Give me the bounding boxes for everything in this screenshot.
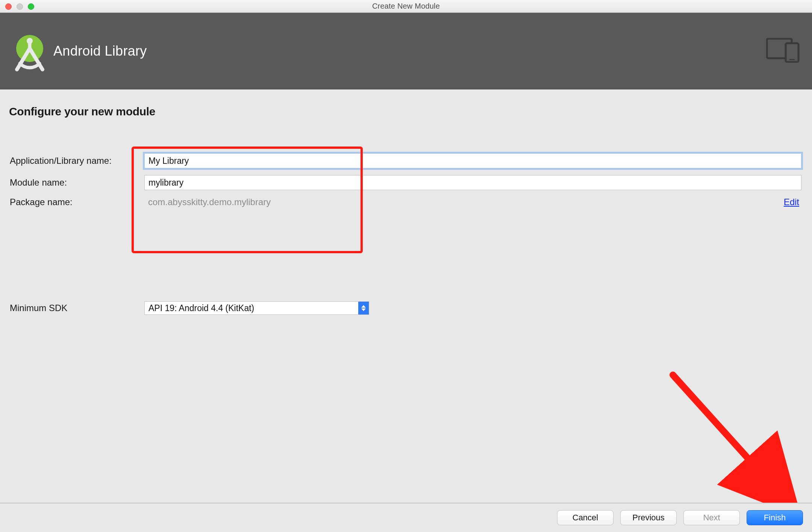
zoom-window-button[interactable]: [28, 3, 34, 10]
app-library-name-input[interactable]: [144, 153, 801, 168]
device-phone-tablet-icon: [766, 38, 800, 64]
wizard-body: Configure your new module Application/Li…: [0, 89, 812, 532]
wizard-footer: Cancel Previous Next Finish: [0, 503, 812, 532]
module-name-label: Module name:: [9, 177, 144, 188]
wizard-title: Android Library: [53, 43, 147, 59]
app-library-name-label: Application/Library name:: [9, 156, 144, 166]
finish-button[interactable]: Finish: [747, 510, 803, 525]
annotation-arrow-icon: [662, 367, 801, 506]
window-title: Create New Module: [372, 2, 440, 11]
window-titlebar: Create New Module: [0, 0, 812, 13]
minimum-sdk-dropdown-button[interactable]: [358, 302, 369, 314]
previous-button[interactable]: Previous: [620, 510, 677, 525]
window-controls: [5, 3, 34, 10]
svg-rect-3: [789, 59, 795, 60]
minimize-window-button[interactable]: [17, 3, 23, 10]
cancel-button[interactable]: Cancel: [557, 510, 614, 525]
module-name-input[interactable]: [144, 175, 801, 190]
next-button: Next: [683, 510, 740, 525]
android-studio-icon: [11, 34, 44, 68]
wizard-header: Android Library: [0, 13, 812, 89]
minimum-sdk-value: API 19: Android 4.4 (KitKat): [145, 303, 358, 313]
section-title: Configure your new module: [9, 105, 803, 118]
package-name-label: Package name:: [9, 197, 144, 207]
svg-line-4: [673, 375, 774, 488]
package-name-value: com.abysskitty.demo.mylibrary: [144, 197, 784, 207]
minimum-sdk-label: Minimum SDK: [9, 303, 144, 313]
edit-package-link[interactable]: Edit: [784, 197, 801, 207]
close-window-button[interactable]: [5, 3, 12, 10]
minimum-sdk-select[interactable]: API 19: Android 4.4 (KitKat): [144, 301, 369, 315]
